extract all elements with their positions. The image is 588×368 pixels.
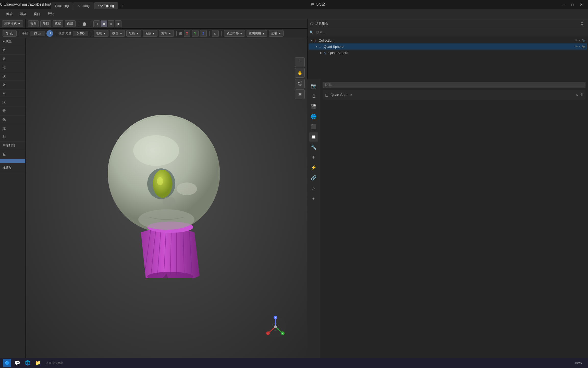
- radius-field[interactable]: 23 px: [30, 31, 45, 36]
- tool-trace[interactable]: 痕: [0, 98, 25, 107]
- prop-render[interactable]: 📷: [309, 81, 318, 90]
- filter-btn[interactable]: ⚙: [578, 20, 585, 27]
- material-btn[interactable]: ◈: [108, 20, 114, 27]
- tool-elastic[interactable]: 性变形: [0, 163, 25, 172]
- taskbar-explorer[interactable]: 📁: [34, 359, 42, 367]
- prop-view-layer[interactable]: 🎬: [309, 102, 318, 111]
- outliner-icon: ⬡: [310, 21, 313, 26]
- object-type-icon: ◻: [325, 93, 328, 97]
- tool-scrape[interactable]: 削: [0, 133, 25, 142]
- tool-strip[interactable]: 条: [0, 55, 25, 63]
- menu-render[interactable]: 渲染: [17, 11, 30, 17]
- strength-field[interactable]: 0.400: [73, 31, 88, 36]
- 3d-viewport[interactable]: 用户透视 (1) Quad Sphere: [26, 19, 307, 359]
- tool-planar[interactable]: 平面刮削: [0, 142, 25, 150]
- wireframe-btn[interactable]: ◻: [93, 20, 100, 27]
- axis-y-toggle[interactable]: Y: [192, 30, 199, 37]
- menu-edit[interactable]: 编辑: [3, 11, 16, 17]
- tool-layer[interactable]: 次: [0, 72, 25, 81]
- props-search-area[interactable]: [323, 82, 585, 88]
- taskbar-chrome[interactable]: 🌐: [23, 359, 32, 367]
- mode-selector[interactable]: 雕刻模式 ▼: [0, 19, 26, 29]
- zoom-in-btn[interactable]: +: [295, 57, 305, 67]
- tool-bone[interactable]: 骨: [0, 107, 25, 116]
- falloff-btn[interactable]: 衰减 ▼: [143, 30, 157, 37]
- tool-expand[interactable]: 张: [0, 81, 25, 89]
- stroke-btn[interactable]: 笔画 ▼: [126, 30, 141, 37]
- options-btn[interactable]: 选项 ▼: [269, 30, 284, 37]
- ortho-btn[interactable]: ⊞: [295, 89, 305, 99]
- tool-push[interactable]: 推: [0, 63, 25, 72]
- mask-menu[interactable]: 遮罩: [53, 20, 63, 27]
- outliner-item-collection[interactable]: ▼ □ Collection 👁 ↖ 📷: [309, 37, 587, 43]
- prop-object-data[interactable]: △: [309, 183, 318, 193]
- dyntopo-btn[interactable]: 动态拓扑 ▼: [224, 30, 245, 37]
- chevron-down-icon: ▼: [240, 32, 243, 35]
- tool-active[interactable]: [0, 159, 25, 163]
- proportional-btn[interactable]: □: [212, 30, 219, 37]
- props-search-input[interactable]: [323, 82, 585, 88]
- tool-mask[interactable]: 程: [0, 150, 25, 159]
- tool-options: Grab 半径 23 px ↺ 强度/力度 0.400 笔刷 ▼ 纹理 ▼ 笔画…: [0, 29, 307, 38]
- brush-btn[interactable]: 笔刷 ▼: [94, 30, 108, 37]
- render-icon2[interactable]: 📷: [582, 45, 585, 48]
- radius-label: 半径: [22, 31, 28, 36]
- viewport-nav-buttons: + ✋ 🎬 ⊞: [295, 57, 305, 99]
- outliner-item-quad-sphere[interactable]: ▼ ◻ Quad Sphere 👁 ↖ 📷: [309, 43, 587, 50]
- eye-icon2[interactable]: 👁: [575, 45, 578, 48]
- expand-icon: ▼: [315, 45, 318, 48]
- outliner-header: ⬡ 场景集合 ⚙: [308, 19, 588, 28]
- prop-world[interactable]: ⬛: [309, 122, 318, 131]
- cursor-icon[interactable]: ↖: [579, 39, 581, 42]
- rendered-btn[interactable]: ◉: [115, 20, 121, 27]
- prop-object[interactable]: ▣: [309, 132, 318, 142]
- menu-window[interactable]: 窗口: [31, 11, 43, 17]
- solid-btn[interactable]: ◼: [101, 20, 107, 27]
- remesh-btn[interactable]: 重构网格 ▼: [247, 30, 267, 37]
- tab-add[interactable]: +: [119, 2, 126, 9]
- svg-point-4: [153, 170, 172, 198]
- prop-constraints[interactable]: 🔗: [309, 173, 318, 182]
- tab-uv-editing[interactable]: UV Editing: [94, 2, 118, 9]
- eye-icon[interactable]: 👁: [575, 39, 578, 42]
- pan-btn[interactable]: ✋: [295, 68, 305, 78]
- axis-z-toggle[interactable]: Z: [200, 30, 207, 37]
- tool-smooth[interactable]: 化: [0, 116, 25, 124]
- item-visibility-icons2: 👁 ↖ 📷: [575, 45, 585, 48]
- view-menu[interactable]: 视图: [28, 20, 39, 27]
- tool-sharp-edge[interactable]: 示锐边: [0, 37, 25, 46]
- outliner-item-quad-sphere-mesh[interactable]: ▶ △ Quad Sphere: [309, 50, 587, 56]
- render-icon[interactable]: 📷: [582, 39, 585, 42]
- tab-shading[interactable]: Shading: [73, 2, 94, 9]
- radius-icon[interactable]: ↺: [46, 30, 53, 37]
- system-tray-text: 19:46: [575, 361, 582, 364]
- mode-dropdown[interactable]: 雕刻模式 ▼: [2, 20, 23, 27]
- shading-buttons: ◻ ◼ ◈ ◉: [93, 20, 121, 27]
- prop-modifier[interactable]: 🔧: [309, 143, 318, 152]
- cursor-btn[interactable]: 游标 ▼: [159, 30, 174, 37]
- menu-help[interactable]: 帮助: [44, 11, 57, 17]
- tool-fill[interactable]: 充: [0, 124, 25, 133]
- outliner-search-input[interactable]: [314, 29, 586, 35]
- outliner-search-bar[interactable]: 🔍: [308, 28, 588, 36]
- taskbar-tencent[interactable]: 💬: [13, 359, 21, 367]
- taskbar-blender[interactable]: 🔷: [3, 359, 11, 367]
- collection-label: Collection: [319, 39, 333, 42]
- prop-physics[interactable]: ⚡: [309, 163, 318, 172]
- axis-x-toggle[interactable]: X: [184, 30, 190, 37]
- sculpt-menu[interactable]: 雕刻: [40, 20, 51, 27]
- prop-output[interactable]: 🖥: [309, 91, 318, 101]
- camera-btn[interactable]: 🎬: [295, 79, 305, 88]
- overlay-toggle[interactable]: ⬤: [81, 20, 88, 27]
- texture-btn[interactable]: 纹理 ▼: [110, 30, 125, 37]
- tab-sculpting[interactable]: Sculpting: [51, 2, 73, 9]
- sep2: [56, 31, 56, 36]
- face-sets-menu[interactable]: 面组: [65, 20, 76, 27]
- viewport-gizmo[interactable]: Z X Y: [264, 315, 287, 338]
- prop-particles[interactable]: ✦: [309, 153, 318, 162]
- tool-sculpt[interactable]: 塑: [0, 46, 25, 55]
- prop-scene[interactable]: 🌐: [309, 112, 318, 121]
- tool-base[interactable]: 本: [0, 89, 25, 98]
- cursor-icon2[interactable]: ↖: [579, 45, 581, 48]
- prop-material[interactable]: ●: [309, 194, 318, 203]
